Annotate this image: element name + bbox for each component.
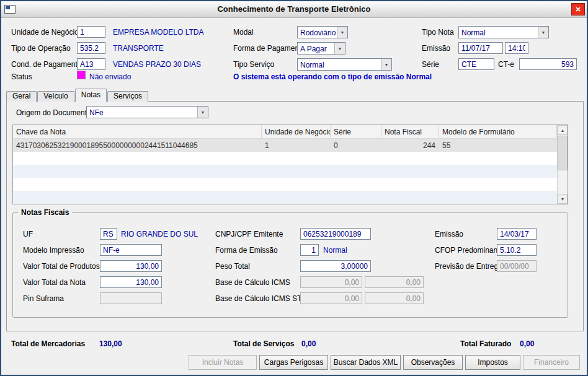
- tab-geral[interactable]: Geral: [6, 91, 37, 102]
- chevron-down-icon: ▼: [381, 59, 391, 70]
- emissao-date-input[interactable]: [458, 42, 503, 54]
- origem-documento-select[interactable]: NFe ▼: [86, 106, 208, 118]
- scroll-up-icon[interactable]: ▲: [558, 125, 568, 135]
- modelo-impressao-input[interactable]: [100, 244, 162, 256]
- table-row[interactable]: 4317030625321900018955000000000244151104…: [13, 139, 568, 152]
- base-calculo-icms-input-2: [365, 276, 424, 288]
- cell-serie: 0: [331, 139, 381, 152]
- cell-chave-da-nota: 4317030625321900018955000000000244151104…: [13, 139, 262, 152]
- table-row-empty: [13, 152, 568, 165]
- modal-value: Rodoviário: [300, 28, 336, 37]
- cte-window: Conhecimento de Transporte Eletrônico ✕ …: [0, 0, 588, 376]
- modal-label: Modal: [233, 28, 254, 37]
- cnpj-cpf-emitente-input[interactable]: [300, 228, 371, 240]
- emissao-time-input[interactable]: [505, 42, 528, 54]
- tipo-nota-select[interactable]: Normal ▼: [458, 26, 549, 38]
- base-calculo-icms-st-input-2: [365, 292, 424, 304]
- title-bar: Conhecimento de Transporte Eletrônico ✕: [1, 1, 587, 18]
- tab-servicos[interactable]: Serviços: [107, 91, 148, 102]
- forma-emissao-label: Forma de Emissão: [215, 246, 278, 255]
- uf-input[interactable]: [100, 228, 117, 240]
- cond-pagamento-input[interactable]: [77, 58, 105, 70]
- tab-notas[interactable]: Notas: [75, 89, 107, 102]
- cell-modelo-de-formulario: 55: [439, 139, 557, 152]
- chevron-down-icon: ▼: [337, 27, 347, 38]
- tipo-operacao-label: Tipo de Operação: [11, 44, 71, 53]
- incluir-notas-button: Incluir Notas: [189, 355, 257, 370]
- serie-input[interactable]: [458, 58, 494, 70]
- cargas-perigosas-button[interactable]: Cargas Perigosas: [259, 355, 328, 370]
- modal-select[interactable]: Rodoviário ▼: [297, 26, 348, 38]
- window-title: Conhecimento de Transporte Eletrônico: [1, 4, 587, 14]
- origem-documento-value: NFe: [89, 108, 104, 117]
- impostos-button[interactable]: Impostos: [465, 355, 520, 370]
- column-header-unidade-de-negocio[interactable]: Unidade de Negócio: [262, 125, 331, 138]
- cell-unidade-de-negocio: 1: [262, 139, 331, 152]
- valor-total-produtos-input[interactable]: [100, 260, 162, 272]
- forma-pagamento-select[interactable]: A Pagar ▼: [297, 42, 345, 55]
- tab-strip: Geral Veículo Notas Serviços: [6, 89, 149, 102]
- unidade-negocio-desc: EMPRESA MODELO LTDA: [113, 28, 203, 37]
- valor-total-produtos-label: Valor Total de Produtos: [23, 262, 100, 271]
- unidade-negocio-label: Unidade de Negócio: [11, 28, 79, 37]
- nf-emissao-label: Emissão: [435, 230, 463, 238]
- chevron-down-icon: ▼: [197, 107, 208, 118]
- forma-pagamento-value: A Pagar: [300, 45, 327, 53]
- observacoes-button[interactable]: Observações: [403, 355, 463, 370]
- total-servicos-label: Total de Serviços: [233, 339, 294, 348]
- origem-documento-label: Origem do Documento: [16, 108, 91, 117]
- column-header-nota-fiscal[interactable]: Nota Fiscal: [381, 125, 439, 138]
- cte-number-input[interactable]: [519, 58, 577, 70]
- valor-total-nota-input[interactable]: [100, 276, 162, 288]
- cnpj-cpf-emitente-label: CNPJ/CPF Emitente: [215, 230, 283, 238]
- base-calculo-icms-label: Base de Cálculo ICMS: [215, 278, 290, 287]
- status-color-swatch: [77, 71, 86, 79]
- forma-pagamento-label: Forma de Pagamento: [233, 44, 305, 53]
- table-row-empty: [13, 191, 568, 204]
- cond-pagamento-desc: VENDAS PRAZO 30 DIAS: [113, 60, 201, 69]
- scroll-down-icon[interactable]: ▼: [558, 194, 568, 204]
- chevron-down-icon: ▼: [538, 27, 548, 38]
- table-row-empty: [13, 165, 568, 178]
- buscar-dados-xml-button[interactable]: Buscar Dados XML: [331, 355, 401, 370]
- tab-veiculo[interactable]: Veículo: [37, 91, 74, 102]
- column-header-chave-da-nota[interactable]: Chave da Nota: [13, 125, 262, 138]
- nf-emissao-input[interactable]: [497, 228, 537, 240]
- emissao-label: Emissão: [422, 44, 450, 53]
- total-faturado-value: 0,00: [520, 339, 534, 348]
- tipo-servico-select[interactable]: Normal ▼: [297, 58, 392, 71]
- forma-emissao-desc: Normal: [323, 246, 347, 255]
- scrollbar-thumb[interactable]: [558, 136, 568, 170]
- close-button[interactable]: ✕: [571, 3, 585, 15]
- peso-total-label: Peso Total: [215, 262, 250, 271]
- status-value: Não enviado: [89, 72, 131, 81]
- pin-suframa-input: [100, 292, 162, 304]
- tipo-operacao-input[interactable]: [77, 42, 105, 54]
- forma-emissao-input[interactable]: [300, 244, 319, 256]
- base-calculo-icms-st-label: Base de Cálculo ICMS ST: [215, 294, 301, 303]
- table-scrollbar[interactable]: ▲ ▼: [557, 125, 568, 204]
- total-faturado-label: Total Faturado: [460, 339, 511, 348]
- cte-number-label: CT-e: [498, 60, 514, 69]
- column-header-serie[interactable]: Série: [331, 125, 381, 138]
- cfop-predominante-input[interactable]: [497, 244, 537, 256]
- previsao-entrega-input: [497, 260, 537, 272]
- status-label: Status: [11, 72, 32, 81]
- table-row-empty: [13, 178, 568, 191]
- chevron-down-icon: ▼: [334, 43, 345, 54]
- peso-total-input[interactable]: [300, 260, 371, 272]
- tipo-nota-value: Normal: [461, 28, 486, 37]
- total-mercadorias-label: Total de Mercadorias: [11, 339, 85, 348]
- table-header: Chave da Nota Unidade de Negócio Série N…: [13, 125, 568, 139]
- uf-label: UF: [23, 230, 33, 238]
- serie-label: Série: [422, 60, 439, 69]
- pin-suframa-label: Pin Suframa: [23, 294, 64, 303]
- emission-mode-notice: O sistema está operando com o tipo de em…: [233, 72, 432, 81]
- unidade-negocio-input[interactable]: [77, 26, 105, 38]
- column-header-modelo-de-formulario[interactable]: Modelo de Formulário: [439, 125, 557, 138]
- modelo-impressao-label: Modelo Impressão: [23, 246, 84, 255]
- tipo-servico-label: Tipo Serviço: [233, 60, 274, 69]
- total-mercadorias-value: 130,00: [99, 339, 122, 348]
- notas-table: Chave da Nota Unidade de Negócio Série N…: [12, 125, 568, 204]
- notas-fiscais-group: Notas Fiscais UF RIO GRANDE DO SUL CNPJ/…: [12, 212, 568, 318]
